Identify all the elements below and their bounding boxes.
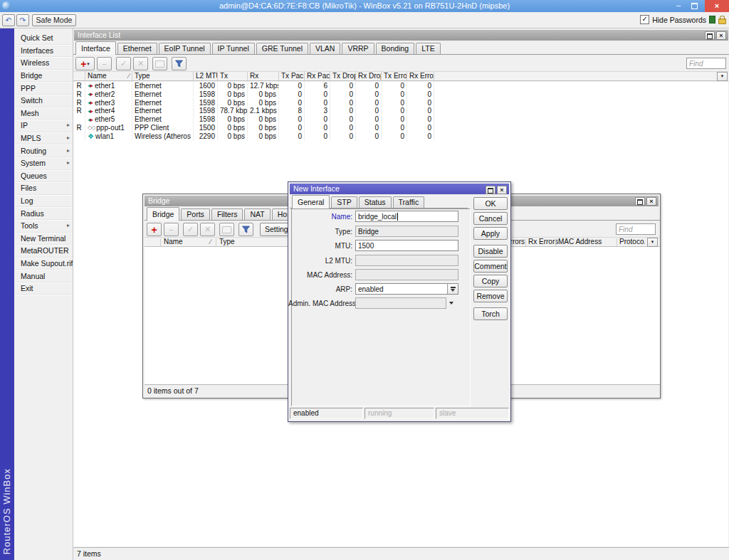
sidebar-item-system[interactable]: System <box>14 157 73 170</box>
tab-nat[interactable]: NAT <box>244 208 270 220</box>
disable-button[interactable]: Disable <box>473 245 508 258</box>
enable-button[interactable]: ✓ <box>116 57 131 70</box>
tab-eoip-tunnel[interactable]: EoIP Tunnel <box>159 43 211 54</box>
torch-button[interactable]: Torch <box>473 307 508 320</box>
sidebar-item-manual[interactable]: Manual <box>14 270 73 282</box>
mtu-field[interactable]: 1500 <box>355 240 458 251</box>
column-header-rx-errors[interactable]: Rx Errors <box>528 238 558 246</box>
filter-button[interactable] <box>238 223 253 236</box>
tab-stp[interactable]: STP <box>331 196 357 208</box>
add-button[interactable]: + <box>147 223 162 236</box>
sidebar-item-tools[interactable]: Tools <box>14 220 73 233</box>
comment-button[interactable] <box>219 223 234 236</box>
column-header-tx[interactable]: Tx <box>218 72 248 80</box>
column-header-protocol[interactable]: Protoco... <box>619 238 645 246</box>
apply-button[interactable]: Apply <box>473 227 508 240</box>
redo-button[interactable]: ↷ <box>16 14 29 26</box>
tab-vrrp[interactable]: VRRP <box>342 43 374 54</box>
column-selector-button[interactable]: ▼ <box>717 72 728 81</box>
ok-button[interactable]: OK <box>473 197 508 210</box>
column-header-tx-drops[interactable]: Tx Drops <box>330 72 356 80</box>
table-row-ether3[interactable]: R ether3 Ethernet 1598 0 bps 0 bps 0 0 0… <box>73 99 728 107</box>
add-button[interactable]: +▾ <box>75 57 95 70</box>
tab-general[interactable]: General <box>292 195 330 208</box>
column-header-name[interactable]: Name <box>164 238 183 246</box>
sidebar-item-files[interactable]: Files <box>14 182 73 195</box>
comment-button[interactable] <box>152 57 167 70</box>
sidebar-item-bridge[interactable]: Bridge <box>14 70 73 83</box>
column-header-type[interactable]: Type <box>132 72 194 80</box>
sidebar-item-mesh[interactable]: Mesh <box>14 107 73 120</box>
sidebar-item-quick-set[interactable]: Quick Set <box>14 32 73 45</box>
window-close-button[interactable]: × <box>646 197 656 206</box>
sidebar-item-mpls[interactable]: MPLS <box>14 132 73 145</box>
window-restore-button[interactable] <box>705 31 715 40</box>
tab-traffic[interactable]: Traffic <box>393 196 425 208</box>
tab-gre-tunnel[interactable]: GRE Tunnel <box>256 43 308 54</box>
find-input[interactable] <box>616 223 656 235</box>
window-restore-button[interactable] <box>635 197 645 206</box>
tab-vlan[interactable]: VLAN <box>310 43 340 54</box>
tab-ethernet[interactable]: Ethernet <box>117 43 157 54</box>
tab-filters[interactable]: Filters <box>211 208 243 220</box>
sidebar-item-make-supout-rif[interactable]: Make Supout.rif <box>14 258 73 270</box>
interface-list-titlebar[interactable]: Interface List × <box>74 30 728 41</box>
find-input[interactable] <box>686 58 726 69</box>
column-header-mac-address[interactable]: MAC Address <box>558 238 602 246</box>
sidebar-item-interfaces[interactable]: Interfaces <box>14 45 73 58</box>
tab-status[interactable]: Status <box>359 196 392 208</box>
column-header-l2mtu[interactable]: L2 MTU <box>194 72 218 80</box>
disable-button[interactable]: ✕ <box>200 223 215 236</box>
tab-ip-tunnel[interactable]: IP Tunnel <box>212 43 255 54</box>
window-close-button[interactable]: × <box>497 186 507 194</box>
tab-interface[interactable]: Interface <box>75 41 116 55</box>
cancel-button[interactable]: Cancel <box>473 212 508 225</box>
table-row-ether5[interactable]: ether5 Ethernet 1598 0 bps 0 bps 0 0 0 0… <box>73 115 728 124</box>
column-header-flags[interactable] <box>73 72 85 80</box>
remove-button[interactable]: Remove <box>473 290 508 302</box>
comment-button[interactable]: Comment <box>473 260 508 273</box>
arp-select[interactable]: enabled <box>355 283 458 295</box>
sidebar-item-radius[interactable]: Radius <box>14 207 73 220</box>
table-row-wlan1[interactable]: wlan1 Wireless (Atheros 11N) 2290 0 bps … <box>73 132 728 141</box>
restore-button[interactable] <box>688 0 701 12</box>
dialog-titlebar[interactable]: New Interface × <box>290 184 509 194</box>
column-selector-button[interactable]: ▼ <box>647 238 658 247</box>
column-header-rx-packets[interactable]: Rx Pac... <box>305 72 330 80</box>
tab-ports[interactable]: Ports <box>181 208 210 220</box>
dropdown-spinner-icon[interactable] <box>447 284 458 294</box>
sidebar-item-queues[interactable]: Queues <box>14 170 73 183</box>
main-titlebar[interactable]: admin@D4:CA:6D:7E:F8:CB (MikroTik) - Win… <box>0 0 729 12</box>
sidebar-item-ip[interactable]: IP <box>14 120 73 132</box>
remove-button[interactable]: − <box>97 57 112 70</box>
tab-bridge[interactable]: Bridge <box>147 207 179 221</box>
sidebar-item-metarouter[interactable]: MetaROUTER <box>14 245 73 258</box>
window-close-button[interactable]: × <box>716 31 726 40</box>
sidebar-item-switch[interactable]: Switch <box>14 95 73 107</box>
undo-button[interactable]: ↶ <box>2 14 15 26</box>
sidebar-item-routing[interactable]: Routing <box>14 144 73 157</box>
disable-button[interactable]: ✕ <box>133 57 148 70</box>
table-row-ether4[interactable]: R ether4 Ethernet 1598 78.7 kbps 2.1 kbp… <box>73 107 728 115</box>
column-header-tx-packets[interactable]: Tx Pac... <box>279 72 305 80</box>
table-row-ppp-out1[interactable]: R ppp-out1 PPP Client 1500 0 bps 0 bps 0… <box>73 124 728 132</box>
safe-mode-button[interactable]: Safe Mode <box>32 14 76 26</box>
column-header-tx-errors[interactable]: Tx Errors <box>382 72 407 80</box>
table-row-ether1[interactable]: R ether1 Ethernet 1600 0 bps 12.7 kbps 0… <box>73 82 728 90</box>
column-header-type[interactable]: Type <box>219 238 235 246</box>
column-header-rx-errors[interactable]: Rx Errors <box>407 72 434 80</box>
table-row-ether2[interactable]: R ether2 Ethernet 1598 0 bps 0 bps 0 0 0… <box>73 90 728 99</box>
tab-bonding[interactable]: Bonding <box>376 43 415 54</box>
window-restore-button[interactable] <box>486 186 495 194</box>
copy-button[interactable]: Copy <box>473 275 508 287</box>
column-header-rx[interactable]: Rx <box>248 72 279 80</box>
tab-lte[interactable]: LTE <box>416 43 440 54</box>
column-header-rx-drops[interactable]: Rx Drops <box>356 72 382 80</box>
remove-button[interactable]: − <box>164 223 179 236</box>
name-field[interactable]: bridge_local <box>355 211 458 222</box>
dropdown-arrow-icon[interactable] <box>449 302 453 305</box>
sidebar-item-log[interactable]: Log <box>14 195 73 208</box>
enable-button[interactable]: ✓ <box>183 223 198 236</box>
hide-passwords-checkbox[interactable]: ✓ <box>640 15 649 24</box>
sidebar-item-new-terminal[interactable]: New Terminal <box>14 233 73 245</box>
